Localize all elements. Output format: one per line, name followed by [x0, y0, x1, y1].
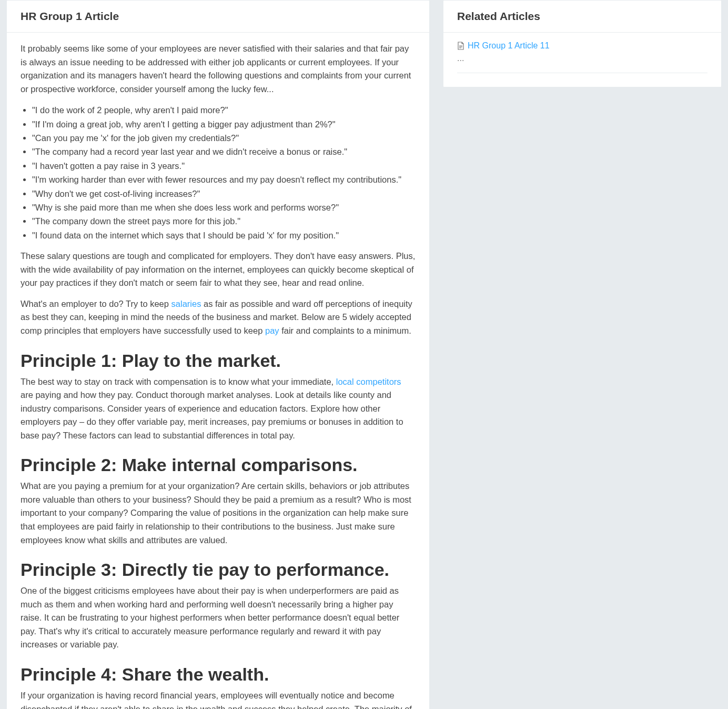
quote-item: "I found data on the internet which says… — [32, 228, 416, 242]
principle-1-text: The best way to stay on track with compe… — [21, 375, 416, 443]
local-competitors-link[interactable]: local competitors — [336, 377, 401, 386]
principle-2-text: What are you paying a premium for at you… — [21, 480, 416, 547]
principle-2-heading: Principle 2: Make internal comparisons. — [21, 455, 416, 475]
related-article-link[interactable]: HR Group 1 Article 11 — [468, 41, 550, 51]
article-intro: It probably seems like some of your empl… — [21, 42, 416, 96]
related-articles-separator — [457, 73, 707, 73]
quote-item: "I do the work of 2 people, why aren't I… — [32, 103, 416, 117]
related-articles-body: HR Group 1 Article 11 ... — [443, 33, 721, 87]
related-articles-ellipsis: ... — [457, 54, 707, 63]
quote-item: "Why don't we get cost-of-living increas… — [32, 187, 416, 201]
quote-item: "Why is she paid more than me when she d… — [32, 201, 416, 214]
principle-4-heading: Principle 4: Share the wealth. — [21, 664, 416, 685]
salaries-link[interactable]: salaries — [171, 299, 201, 308]
quote-item: "I'm working harder than ever with fewer… — [32, 173, 416, 186]
principle-4-text: If your organization is having record fi… — [21, 689, 416, 709]
principle-3-heading: Principle 3: Directly tie pay to perform… — [21, 560, 416, 580]
related-article-item: HR Group 1 Article 11 — [457, 41, 707, 51]
related-articles-card: Related Articles HR Group 1 Article 11 .… — [443, 0, 722, 87]
article-body: It probably seems like some of your empl… — [7, 33, 429, 709]
quote-item: "Can you pay me 'x' for the job given my… — [32, 131, 416, 145]
quote-item: "I haven't gotten a pay raise in 3 years… — [32, 159, 416, 173]
quote-item: "The company down the street pays more f… — [32, 214, 416, 228]
article-para2: These salary questions are tough and com… — [21, 249, 416, 290]
document-icon — [457, 42, 464, 50]
quote-list: "I do the work of 2 people, why aren't I… — [21, 103, 416, 242]
quote-item: "If I'm doing a great job, why aren't I … — [32, 117, 416, 131]
related-articles-heading: Related Articles — [443, 1, 721, 33]
quote-item: "The company had a record year last year… — [32, 145, 416, 158]
pay-link[interactable]: pay — [265, 326, 279, 335]
principle-1-heading: Principle 1: Play to the market. — [21, 351, 416, 371]
article-card: HR Group 1 Article It probably seems lik… — [6, 0, 430, 709]
principle-3-text: One of the biggest criticisms employees … — [21, 584, 416, 652]
article-title: HR Group 1 Article — [7, 1, 429, 33]
article-para3: What's an employer to do? Try to keep sa… — [21, 297, 416, 338]
